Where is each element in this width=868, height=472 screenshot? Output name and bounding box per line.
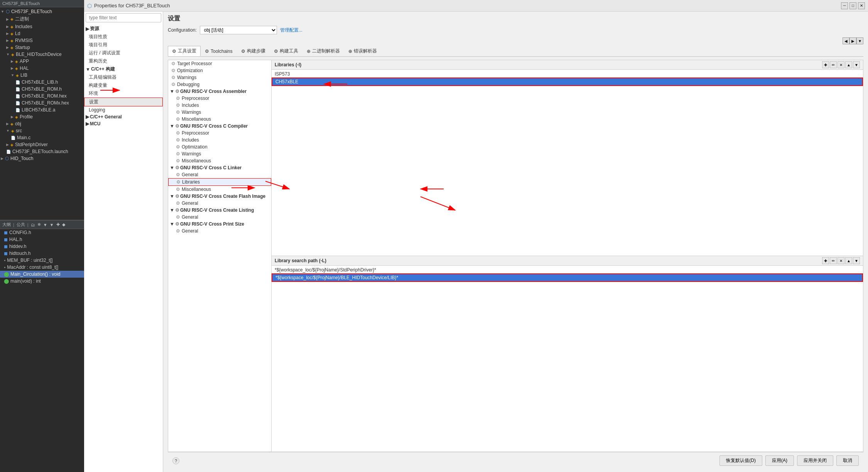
tree-item-ble-hid[interactable]: ▼ ◈ BLE_HIDTouchDevice — [0, 51, 84, 58]
filter-item-logging[interactable]: Logging — [84, 106, 163, 113]
tree-assembler-warnings[interactable]: ⚙ Warnings — [168, 109, 271, 116]
tree-item-project[interactable]: ▼ ⬡ CH573F_BLETouch — [0, 8, 84, 15]
outline-item-membuf[interactable]: ▪ MEM_BUF : uint32_t[] — [0, 257, 84, 264]
tree-debugging[interactable]: ⚙ Debugging — [168, 81, 271, 88]
path-edit-button[interactable]: ✏ — [830, 257, 837, 264]
tree-item-ld[interactable]: ▶ ◈ Ld — [0, 30, 84, 37]
tree-item-src[interactable]: ▼ ◈ src — [0, 127, 84, 134]
lib-down-button[interactable]: ▼ — [853, 61, 860, 68]
tree-linker-misc[interactable]: ⚙ Miscellaneous — [168, 186, 271, 193]
restore-defaults-button[interactable]: 恢复默认值(D) — [719, 455, 762, 466]
tree-compiler-warnings[interactable]: ⚙ Warnings — [168, 150, 271, 157]
tree-gnu-c-compiler[interactable]: ▼ ⚙ GNU RISC-V Cross C Compiler — [168, 123, 271, 130]
lib-item-isp573[interactable]: ISP573 — [272, 71, 863, 78]
tab-error-parser[interactable]: ⊕ 错误解析器 — [344, 46, 381, 56]
tree-linker-libraries[interactable]: ⚙ Libraries — [168, 178, 271, 186]
tree-gnu-assembler[interactable]: ▼ ⚙ GNU RISC-V Cross Assembler — [168, 88, 271, 95]
outline-item-hal[interactable]: ◼ HAL.h — [0, 236, 84, 243]
tree-item-obj[interactable]: ▶ ◈ obj — [0, 120, 84, 127]
nav-fwd-button[interactable]: ▶ — [849, 37, 856, 44]
tree-gnu-linker[interactable]: ▼ ⚙ GNU RISC-V Cross C Linker — [168, 164, 271, 171]
outline-item-macaddr[interactable]: ▪ MacAddr : const uint8_t[] — [0, 264, 84, 271]
filter-item-settings[interactable]: 设置 — [84, 98, 163, 106]
tree-gnu-print[interactable]: ▼ ⚙ GNU RISC-V Cross Print Size — [168, 221, 271, 228]
filter-item-toolchain-editor[interactable]: 工具链编辑器 — [84, 73, 163, 81]
path-delete-button[interactable]: ✕ — [838, 257, 844, 264]
apply-button[interactable]: 应用(A) — [765, 455, 794, 466]
tree-item-main-c[interactable]: 📄 Main.c — [0, 134, 84, 141]
outline-public[interactable]: 公共 — [17, 222, 25, 228]
outline-item-config[interactable]: ◼ CONFIG.h — [0, 229, 84, 236]
outline-btn5[interactable]: ✚ — [56, 222, 60, 227]
tree-compiler-optimization[interactable]: ⚙ Optimization — [168, 143, 271, 150]
tree-item-lib-hex2[interactable]: 📄 CH57xBLE_ROMx.hex — [0, 99, 84, 106]
tree-assembler-misc[interactable]: ⚙ Miscellaneous — [168, 116, 271, 123]
tree-linker-general[interactable]: ⚙ General — [168, 171, 271, 178]
path-down-button[interactable]: ▼ — [853, 257, 860, 264]
tree-item-hid-touch[interactable]: ▶ ⬡ HID_Touch — [0, 155, 84, 162]
filter-input[interactable] — [86, 13, 161, 22]
filter-group-cpp-build[interactable]: ▼ C/C++ 构建 — [84, 65, 163, 73]
tree-compiler-preprocessor[interactable]: ⚙ Preprocessor — [168, 130, 271, 137]
tree-gnu-listing[interactable]: ▼ ⚙ GNU RISC-V Cross Create Listing — [168, 207, 271, 214]
filter-item-run-debug[interactable]: 运行 / 调试设置 — [84, 49, 163, 57]
tab-toolchains[interactable]: ⚙ Toolchains — [201, 47, 237, 56]
tree-item-rvmsis[interactable]: ▶ ◈ RVMSIS — [0, 37, 84, 44]
manage-configs-link[interactable]: 管理配置... — [280, 27, 302, 34]
tree-optimization[interactable]: ⚙ Optimization — [168, 67, 271, 74]
tree-item-app[interactable]: ▶ ◈ APP — [0, 58, 84, 65]
outline-btn6[interactable]: ◆ — [62, 222, 65, 227]
tree-item-startup[interactable]: ▶ ◈ Startup — [0, 44, 84, 51]
lib-delete-button[interactable]: ✕ — [838, 61, 844, 68]
tree-compiler-misc[interactable]: ⚙ Miscellaneous — [168, 157, 271, 164]
tab-build-steps[interactable]: ⚙ 构建步骤 — [237, 46, 270, 56]
lib-up-button[interactable]: ▲ — [845, 61, 852, 68]
tree-compiler-includes[interactable]: ⚙ Includes — [168, 137, 271, 143]
close-button[interactable]: ✕ — [858, 2, 865, 9]
outline-item-hidtouch[interactable]: ◼ hidtouch.h — [0, 250, 84, 257]
tree-item-lib-h2[interactable]: 📄 CH57xBLE_ROM.h — [0, 86, 84, 93]
tree-item-lib-hex1[interactable]: 📄 CH57xBLE_ROM.hex — [0, 93, 84, 99]
tree-item-lib-a[interactable]: 📄 LIBCH57xBLE.a — [0, 106, 84, 113]
tab-build-tools[interactable]: ⚙ 构建工具 — [270, 46, 302, 56]
filter-group-mcu[interactable]: ▶ MCU — [84, 120, 163, 127]
outline-btn1[interactable]: 🗂 — [31, 223, 35, 227]
filter-item-build-vars[interactable]: 构建变量 — [84, 81, 163, 89]
filter-item-project-ref[interactable]: 项目引用 — [84, 41, 163, 49]
tree-item-lib-h1[interactable]: 📄 CH57xBLE_LIB.h — [0, 79, 84, 86]
path-up-button[interactable]: ▲ — [845, 257, 852, 264]
config-select[interactable]: obj [活动] — [200, 26, 277, 34]
minimize-button[interactable]: ─ — [841, 2, 848, 9]
tree-target-processor[interactable]: ⚙ Target Processor — [168, 60, 271, 67]
tab-binary-parser[interactable]: ⊕ 二进制解析器 — [302, 46, 344, 56]
outline-btn4[interactable]: ▼ — [50, 223, 54, 227]
lib-edit-button[interactable]: ✏ — [830, 61, 837, 68]
lib-item-ch57xble[interactable]: CH57xBLE — [272, 78, 863, 86]
outline-btn2[interactable]: ❄ — [37, 222, 41, 227]
tree-warnings[interactable]: ⚙ Warnings — [168, 74, 271, 81]
filter-item-project-props[interactable]: 项目性质 — [84, 33, 163, 41]
tree-item-launch[interactable]: 📄 CH573F_BLETouch.launch — [0, 148, 84, 155]
filter-item-environment[interactable]: 环境 — [84, 89, 163, 98]
tree-flash-general[interactable]: ⚙ General — [168, 200, 271, 207]
path-item-ble-hid[interactable]: *${workspace_loc/${ProjName}/BLE_HIDTouc… — [272, 273, 863, 282]
filter-group-cpp-general[interactable]: ▶ C/C++ General — [84, 113, 163, 120]
outline-btn3[interactable]: ▼ — [43, 223, 47, 227]
tree-item-hal[interactable]: ▶ ◈ HAL — [0, 65, 84, 72]
path-item-stdperiph[interactable]: *${workspace_loc/${ProjName}/StdPeriphDr… — [272, 266, 863, 273]
tree-listing-general[interactable]: ⚙ General — [168, 214, 271, 221]
tree-item-includes[interactable]: ▶ ◈ Includes — [0, 23, 84, 30]
outline-item-hiddev[interactable]: ◼ hiddev.h — [0, 243, 84, 250]
nav-back-button[interactable]: ◀ — [843, 37, 849, 44]
tree-item-lib[interactable]: ▼ ◈ LIB — [0, 72, 84, 79]
tree-print-general[interactable]: ⚙ General — [168, 228, 271, 234]
outline-item-main-circ[interactable]: ⬤ Main_Circulation() : void — [0, 271, 84, 278]
outline-item-main-void[interactable]: ⬤ main(void) : int — [0, 278, 84, 285]
nav-down-button[interactable]: ▼ — [856, 37, 863, 44]
filter-group-resources[interactable]: ▶ 资源 — [84, 25, 163, 33]
tree-assembler-includes[interactable]: ⚙ Includes — [168, 102, 271, 109]
help-button[interactable]: ? — [172, 457, 179, 464]
tab-tool-settings[interactable]: ⚙ 工具设置 — [168, 46, 201, 56]
tree-gnu-flash[interactable]: ▼ ⚙ GNU RISC-V Cross Create Flash Image — [168, 193, 271, 200]
cancel-button[interactable]: 取消 — [836, 455, 859, 466]
